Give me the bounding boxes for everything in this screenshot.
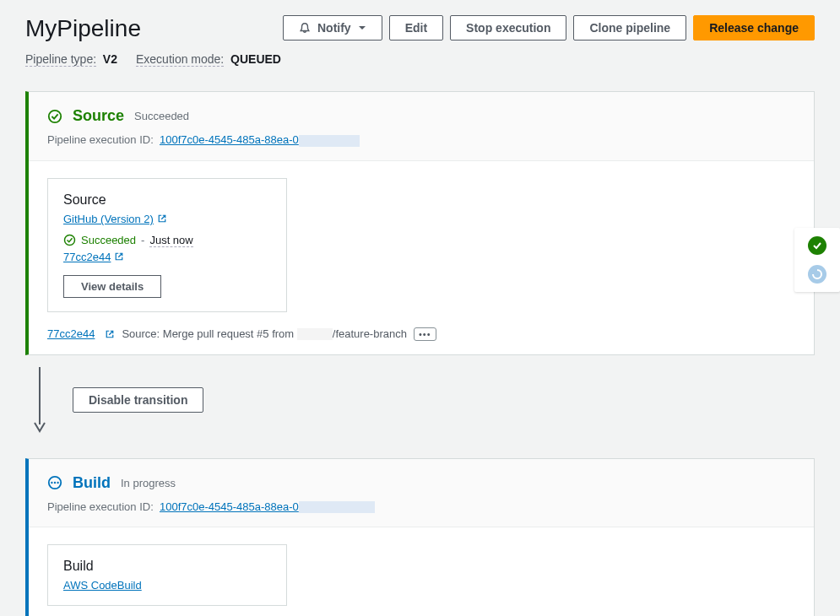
action-timestamp: Just now [149, 234, 192, 247]
redacted-segment [297, 328, 333, 340]
redacted-segment [299, 135, 360, 147]
svg-point-1 [65, 235, 75, 246]
external-icon [105, 329, 115, 339]
notify-label: Notify [317, 21, 351, 35]
pipeline-title: MyPipeline [25, 15, 141, 42]
success-icon [63, 234, 76, 246]
edit-button[interactable]: Edit [389, 15, 443, 41]
success-icon [47, 109, 62, 124]
arrow-down-icon [33, 367, 46, 433]
stop-execution-button[interactable]: Stop execution [450, 15, 566, 41]
check-icon [812, 240, 822, 251]
status-badge-progress[interactable] [808, 265, 826, 284]
provider-link[interactable]: GitHub (Version 2) [63, 213, 154, 225]
transition-row: Disable transition [25, 355, 815, 445]
footer-message: Source: Merge pull request #5 from /feat… [122, 327, 407, 341]
execution-mode-value: QUEUED [230, 52, 281, 66]
more-button[interactable]: ••• [414, 327, 436, 341]
svg-point-5 [54, 482, 56, 484]
action-bar: Notify Edit Stop execution Clone pipelin… [283, 15, 815, 41]
external-icon [157, 213, 167, 224]
stage-source-name: Source [73, 107, 124, 125]
status-side-panel [794, 228, 840, 292]
notify-button[interactable]: Notify [283, 15, 382, 41]
bell-icon [299, 22, 311, 34]
status-badge-success[interactable] [808, 236, 826, 255]
exec-id-link[interactable]: 100f7c0e-4545-485a-88ea-0 [160, 133, 360, 146]
exec-id-link[interactable]: 100f7c0e-4545-485a-88ea-0 [160, 500, 375, 513]
disable-transition-button[interactable]: Disable transition [73, 387, 203, 413]
provider-link[interactable]: AWS CodeBuild [63, 579, 142, 592]
action-title: Source [63, 192, 271, 208]
stage-source-status: Succeeded [134, 110, 189, 122]
clone-pipeline-button[interactable]: Clone pipeline [573, 15, 686, 41]
footer-commit-link[interactable]: 77cc2e44 [47, 327, 95, 340]
execution-mode-label: Execution mode: [136, 52, 224, 67]
stage-build-name: Build [73, 474, 111, 492]
redacted-segment [299, 501, 375, 513]
stage-build: Build In progress Pipeline execution ID:… [25, 458, 815, 616]
action-status: Succeeded [81, 234, 136, 246]
svg-point-4 [51, 482, 52, 484]
progress-icon [812, 269, 822, 279]
action-title: Build [63, 559, 271, 574]
action-card-source: Source GitHub (Version 2) Succeeded - Ju… [47, 178, 287, 312]
external-icon [114, 251, 124, 262]
exec-id-label: Pipeline execution ID: [47, 500, 154, 513]
release-change-button[interactable]: Release change [693, 15, 815, 41]
in-progress-icon [47, 475, 62, 490]
caret-down-icon [358, 24, 366, 32]
pipeline-type-label: Pipeline type: [25, 52, 96, 67]
stage-source: Source Succeeded Pipeline execution ID: … [25, 91, 815, 355]
action-card-build: Build AWS CodeBuild [47, 544, 287, 606]
view-details-button[interactable]: View details [63, 275, 161, 298]
pipeline-type-value: V2 [103, 52, 117, 66]
commit-link[interactable]: 77cc2e44 [63, 251, 111, 263]
svg-point-6 [57, 482, 58, 484]
stage-build-status: In progress [121, 477, 176, 489]
svg-point-0 [49, 110, 61, 122]
exec-id-label: Pipeline execution ID: [47, 133, 154, 146]
pipeline-meta: Pipeline type: V2 Execution mode: QUEUED [0, 42, 840, 78]
